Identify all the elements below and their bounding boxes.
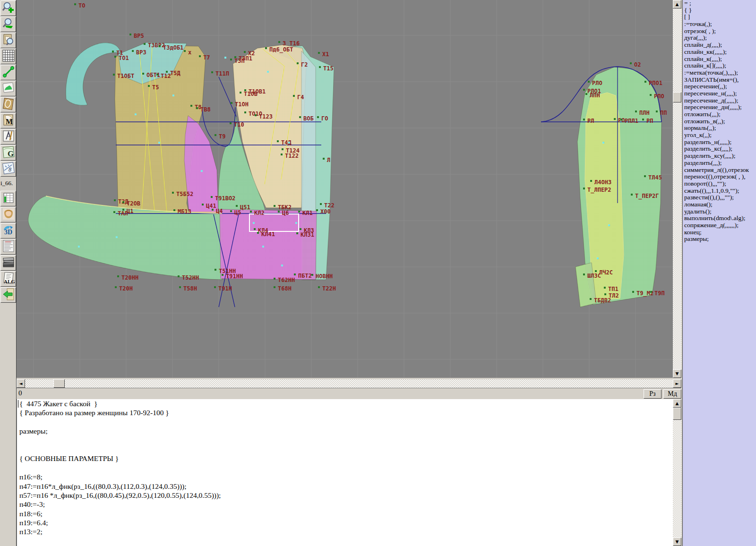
panel-function-item[interactable]: отложить_в(,,); <box>683 118 756 125</box>
point-marker <box>144 43 146 45</box>
editor-vscroll-thumb[interactable] <box>673 408 681 420</box>
point-marker <box>278 41 280 43</box>
zoom-in-button[interactable] <box>0 0 16 16</box>
panel-function-item[interactable]: :=точка(,); <box>683 21 756 28</box>
reference-marker <box>253 222 255 224</box>
panel-function-item[interactable]: развести((),(),,,""); <box>683 194 756 201</box>
preview-button[interactable] <box>0 33 16 48</box>
panel-function-item[interactable]: ломаная(); <box>683 201 756 208</box>
panel-function-item[interactable]: сплайн_д(,,,,); <box>683 42 756 49</box>
panel-function-item[interactable]: конец; <box>683 229 756 236</box>
panel-function-item[interactable]: выполнить(dmod\.alg); <box>683 215 756 222</box>
grid-icon <box>2 50 15 63</box>
panel-function-item[interactable]: удалить(); <box>683 208 756 215</box>
point-marker <box>117 275 119 277</box>
pattern-point-label: Т20Н <box>119 285 133 292</box>
panel-function-item[interactable]: пересечение_д(,,,,,); <box>683 97 756 104</box>
panel-function-item[interactable]: разделить_н(,,,,,); <box>683 139 756 146</box>
editor-line <box>17 537 673 546</box>
rz-button[interactable]: Рз <box>644 389 662 399</box>
3d-button[interactable]: 3D <box>0 223 16 239</box>
pattern-sheet-button[interactable] <box>0 97 16 112</box>
pattern-point-label: Т9П <box>654 290 665 297</box>
point-marker <box>202 204 204 205</box>
canvas-scroll-left-button[interactable]: ◄ <box>17 379 25 388</box>
panel-function-item[interactable]: угол_к(,,); <box>683 132 756 139</box>
pattern-point-label: Т_ПЕР2Г <box>635 193 659 200</box>
panel-function-item[interactable]: разделить(,,,); <box>683 160 756 167</box>
zoom-out-button[interactable] <box>0 17 16 32</box>
md-button[interactable]: Мд <box>663 389 681 399</box>
point-marker <box>211 196 213 198</box>
panel-function-item[interactable]: пересечение_дн(,,,,,); <box>683 104 756 111</box>
panel-function-item[interactable]: сплайн_кк(,,,,,); <box>683 49 756 56</box>
canvas-hscrollbar[interactable] <box>17 379 673 388</box>
model-photo-button[interactable] <box>0 207 16 222</box>
algorithm-editor[interactable]: { 4475 Жакет с баской }{ Разработано на … <box>17 399 673 546</box>
measurements-button[interactable]: 8 <box>0 161 16 177</box>
pattern-point-label: Т15 <box>323 65 334 72</box>
panel-function-item[interactable]: отрезок( , ); <box>683 28 756 35</box>
panel-function-item[interactable]: сплайн_к[](,,,,); <box>683 62 756 69</box>
panel-function-item[interactable]: { } <box>683 7 756 14</box>
panel-function-item[interactable]: разделить_ксу(,,,,); <box>683 153 756 160</box>
canvas-scroll-down-button[interactable]: ▼ <box>673 369 681 378</box>
panel-function-item[interactable]: пересечение_н(,,,,); <box>683 90 756 97</box>
panel-function-item[interactable]: поворот((),,,""); <box>683 180 756 188</box>
m-document-button[interactable]: M <box>0 113 16 128</box>
alg-document-button[interactable]: ALG <box>0 271 16 287</box>
panel-function-item[interactable]: [ ] <box>683 14 756 21</box>
point-marker <box>244 111 246 113</box>
editor-scroll-up-button[interactable]: ▲ <box>673 399 681 408</box>
pattern-point-label: Т91Н <box>218 285 232 292</box>
panel-function-item[interactable]: сплайн_к(,,,,); <box>683 56 756 63</box>
grid-button[interactable] <box>0 49 16 64</box>
svg-text:G: G <box>8 149 14 158</box>
canvas-hscroll-thumb[interactable] <box>53 379 65 388</box>
editor-line: п40:=-3; <box>17 500 673 509</box>
canvas-vscrollbar[interactable] <box>673 0 681 378</box>
panel-function-item[interactable]: симметрия_л((),отрезок <box>683 167 756 174</box>
panel-function-item[interactable]: :=метка(точка(,),,,,); <box>683 69 756 77</box>
g-map-button[interactable]: G <box>0 145 16 161</box>
panel-function-item[interactable]: пересечение(,,); <box>683 83 756 90</box>
table-button[interactable] <box>0 191 16 206</box>
list-button[interactable] <box>0 239 16 255</box>
canvas-vscroll-thumb[interactable] <box>673 92 681 102</box>
panel-function-item[interactable]: отложить(,,,); <box>683 111 756 118</box>
panel-function-item[interactable]: = ; <box>683 0 756 7</box>
editor-line: п18:=6; <box>17 509 673 518</box>
exit-button[interactable] <box>0 287 16 303</box>
editor-line <box>17 445 673 454</box>
point-marker <box>590 180 592 182</box>
segment-button[interactable] <box>0 65 16 80</box>
panel-function-item[interactable]: сопряжение_д(,,,,,,); <box>683 222 756 229</box>
panel-function-item[interactable]: размеры; <box>683 236 756 243</box>
panel-function-item[interactable]: сжать((),,,1.1,0.9,""); <box>683 188 756 195</box>
pattern-point-label: Т91ВО2 <box>215 195 235 202</box>
reference-marker <box>78 246 80 247</box>
canvas-scroll-up-button[interactable]: ▲ <box>673 0 681 9</box>
editor-vscrollbar[interactable] <box>673 399 681 546</box>
canvas-scroll-right-button[interactable]: ► <box>673 379 681 388</box>
model-photo-icon <box>2 208 15 222</box>
point-marker <box>631 194 633 196</box>
reference-marker <box>608 224 610 226</box>
editor-scroll-down-button[interactable]: ▼ <box>673 537 681 546</box>
panel-function-item[interactable]: ЗАПИСАТЬ(имя=(), <box>683 77 756 84</box>
books-button[interactable] <box>0 255 16 271</box>
image-button[interactable] <box>0 81 16 96</box>
pattern-point-label: Х1 <box>322 51 329 58</box>
panel-function-item[interactable]: перенос((),отрезок( , ), <box>683 173 756 180</box>
pattern-point-label: ВОБ <box>303 115 314 122</box>
panel-function-item[interactable]: дуга(,,,); <box>683 34 756 42</box>
point-marker <box>265 47 267 49</box>
panel-function-item[interactable]: разделить_кс(,,,,); <box>683 145 756 153</box>
pattern-point-label: ЛЧ2С <box>599 269 613 276</box>
pattern-point-label: З Т16 <box>283 40 300 47</box>
pattern-canvas[interactable]: ТОВР5Т1ТО1ВР3Т3ВР2Т3дОБ1хТ7Т1ОБТОБТ1Т12Т… <box>17 0 673 378</box>
panel-function-item[interactable]: нормаль(,,); <box>683 125 756 132</box>
drafting-button[interactable] <box>0 129 16 145</box>
reference-marker <box>158 142 160 144</box>
pattern-point-label: ВР5 <box>134 33 144 39</box>
